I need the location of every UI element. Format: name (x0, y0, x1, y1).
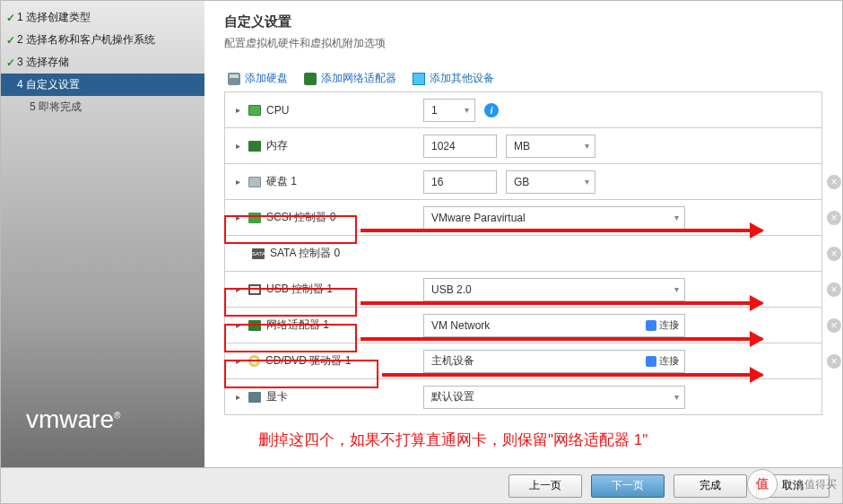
delete-icon[interactable]: × (827, 211, 841, 225)
row-disk: ▸ 硬盘 1 16 GB × (225, 164, 821, 200)
add-nic-button[interactable]: 添加网络适配器 (304, 71, 396, 86)
row-cpu: ▸ CPU 1 i (225, 92, 821, 128)
button-label: 下一页 (612, 478, 644, 493)
expand-icon: ▸ (236, 320, 243, 330)
step-5[interactable]: 5 即将完成 (1, 96, 204, 118)
delete-icon[interactable]: × (827, 354, 841, 369)
nic-label[interactable]: ▸ 网络适配器 1 (225, 310, 418, 340)
step-4[interactable]: 4 自定义设置 (1, 74, 204, 96)
row-scsi: ▸ SCSI 控制器 0 VMware Paravirtual × (225, 200, 821, 236)
sata-label[interactable]: SATA SATA 控制器 0 (225, 239, 418, 268)
connect-label: 连接 (659, 318, 679, 332)
disk-label[interactable]: ▸ 硬盘 1 (225, 167, 418, 196)
gpu-icon (248, 392, 261, 403)
finish-button[interactable]: 完成 (674, 474, 747, 498)
step-label: 3 选择存储 (17, 55, 69, 70)
watermark-icon: 值 (747, 469, 778, 500)
cd-icon (248, 355, 260, 367)
expand-icon: ▸ (236, 105, 243, 115)
button-label: 完成 (700, 478, 721, 493)
expand-icon: ▸ (236, 284, 243, 294)
gpu-label[interactable]: ▸ 显卡 (225, 382, 418, 412)
checkbox-icon (646, 320, 656, 331)
scsi-icon (248, 213, 261, 223)
step-1[interactable]: 1 选择创建类型 (1, 6, 204, 29)
harddisk-icon (248, 177, 261, 187)
hw-name: CD/DVD 驱动器 1 (265, 353, 351, 369)
hw-name: 网络适配器 1 (266, 317, 329, 333)
select-value: 主机设备 (431, 353, 474, 369)
wizard-sidebar: 1 选择创建类型 2 选择名称和客户机操作系统 3 选择存储 4 自定义设置 5… (1, 1, 204, 468)
hw-name: 内存 (266, 138, 288, 153)
hw-name: CPU (266, 104, 289, 117)
hw-name: USB 控制器 1 (266, 282, 333, 297)
delete-icon[interactable]: × (827, 318, 841, 333)
nic-icon (304, 73, 317, 85)
toolbar-label: 添加硬盘 (245, 71, 288, 86)
select-value: USB 2.0 (431, 283, 472, 296)
select-value: 1 (431, 104, 438, 117)
wizard-footer: 上一页 下一页 完成 取消 (1, 467, 842, 503)
gpu-select[interactable]: 默认设置 (423, 386, 685, 409)
memory-unit-select[interactable]: MB (506, 135, 595, 158)
hardware-table: ▸ CPU 1 i ▸ 内存 1024 MB (224, 91, 822, 415)
disk-unit-select[interactable]: GB (506, 170, 595, 194)
hw-name: SATA 控制器 0 (270, 246, 340, 261)
expand-icon: ▸ (236, 177, 243, 187)
hw-name: SCSI 控制器 0 (266, 210, 335, 225)
toolbar-label: 添加其他设备 (430, 71, 494, 86)
delete-icon[interactable]: × (827, 175, 841, 189)
disk-icon (228, 73, 240, 85)
step-3[interactable]: 3 选择存储 (1, 51, 204, 74)
watermark-text: 什么值得买 (783, 477, 837, 492)
add-other-button[interactable]: 添加其他设备 (413, 71, 494, 86)
back-button[interactable]: 上一页 (508, 474, 582, 498)
connect-checkbox[interactable]: 连接 (646, 318, 679, 332)
cd-select[interactable]: 主机设备 连接 (423, 350, 685, 373)
usb-label[interactable]: ▸ USB 控制器 1 (225, 274, 418, 304)
page-title: 自定义设置 (224, 13, 822, 30)
row-sata: SATA SATA 控制器 0 × (225, 236, 821, 272)
select-value: MB (514, 140, 530, 152)
cpu-select[interactable]: 1 (423, 99, 475, 122)
row-cd: ▸ CD/DVD 驱动器 1 主机设备 连接 × (225, 343, 821, 379)
select-value: GB (514, 176, 529, 188)
expand-icon: ▸ (236, 213, 243, 222)
memory-input[interactable]: 1024 (423, 135, 497, 158)
next-button[interactable]: 下一页 (591, 474, 665, 498)
select-value: VM Network (431, 319, 490, 332)
input-value: 1024 (431, 140, 456, 152)
device-icon (413, 73, 425, 85)
nic-select[interactable]: VM Network 连接 (423, 314, 685, 337)
add-disk-button[interactable]: 添加硬盘 (228, 71, 288, 86)
connect-checkbox[interactable]: 连接 (646, 354, 679, 368)
info-icon[interactable]: i (484, 103, 499, 117)
delete-icon[interactable]: × (827, 247, 841, 261)
step-label: 1 选择创建类型 (17, 10, 91, 25)
connect-label: 连接 (659, 354, 679, 368)
cd-label[interactable]: ▸ CD/DVD 驱动器 1 (225, 346, 418, 376)
hw-toolbar: 添加硬盘 添加网络适配器 添加其他设备 (224, 71, 822, 86)
row-usb: ▸ USB 控制器 1 USB 2.0 × (225, 272, 821, 308)
annotation-text: 删掉这四个，如果不打算直通网卡，则保留"网络适配器 1" (258, 430, 647, 450)
watermark: 值 什么值得买 (747, 469, 837, 500)
expand-icon: ▸ (236, 392, 243, 402)
disk-size-input[interactable]: 16 (423, 170, 497, 194)
toolbar-label: 添加网络适配器 (321, 71, 396, 86)
scsi-label[interactable]: ▸ SCSI 控制器 0 (225, 203, 418, 232)
step-2[interactable]: 2 选择名称和客户机操作系统 (1, 29, 204, 51)
checkbox-icon (646, 356, 656, 367)
scsi-select[interactable]: VMware Paravirtual (423, 206, 685, 230)
usb-select[interactable]: USB 2.0 (423, 278, 685, 301)
select-value: 默认设置 (431, 389, 474, 404)
input-value: 16 (431, 176, 443, 188)
usb-icon (248, 284, 261, 295)
memory-icon (248, 141, 261, 152)
hw-name: 显卡 (266, 389, 288, 404)
memory-label[interactable]: ▸ 内存 (225, 131, 418, 161)
select-value: VMware Paravirtual (431, 212, 526, 224)
row-gpu: ▸ 显卡 默认设置 (225, 379, 821, 415)
row-memory: ▸ 内存 1024 MB (225, 128, 821, 164)
delete-icon[interactable]: × (827, 282, 841, 297)
cpu-label[interactable]: ▸ CPU (225, 97, 418, 124)
